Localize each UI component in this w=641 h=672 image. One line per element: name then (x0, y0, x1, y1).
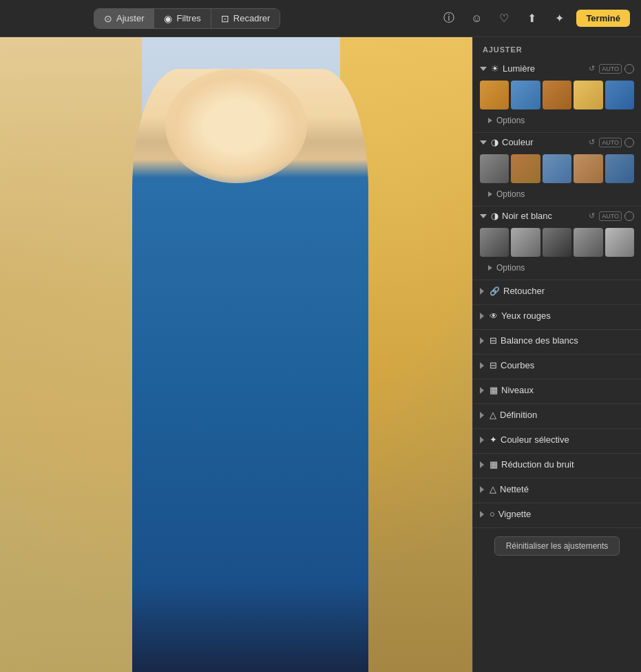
tab-filtres[interactable]: ◉ Filtres (154, 9, 211, 28)
nb-thumb-4[interactable] (574, 228, 602, 257)
section-retoucher-header[interactable]: 🔗 Retoucher (473, 280, 641, 302)
definition-label: Définition (500, 410, 634, 420)
lumiere-controls: ↺ AUTO (587, 64, 634, 74)
vignette-label: Vignette (498, 509, 634, 519)
couleur-thumb-5[interactable] (605, 154, 634, 183)
courbes-icon: ⊟ (490, 360, 497, 370)
lumiere-icon: ☀ (491, 63, 499, 74)
yeux-label: Yeux rouges (501, 311, 634, 321)
couleur-toggle-circle[interactable] (624, 138, 634, 147)
couleur-selective-label: Couleur sélective (501, 434, 634, 445)
section-couleur: ◑ Couleur ↺ AUTO Options (473, 133, 641, 207)
nettete-expand-icon (480, 486, 484, 493)
lumiere-reset-button[interactable]: ↺ (587, 64, 596, 73)
couleur-thumbnails (473, 151, 641, 187)
niveaux-label: Niveaux (501, 385, 634, 395)
enhance-button[interactable]: ✦ (549, 8, 569, 29)
photo-area (0, 37, 472, 672)
lumiere-thumb-4[interactable] (574, 81, 602, 109)
couleur-reset-button[interactable]: ↺ (587, 138, 596, 147)
section-definition-header[interactable]: △ Définition (473, 404, 641, 426)
nb-auto-badge[interactable]: AUTO (599, 211, 622, 221)
lumiere-options-row[interactable]: Options (473, 114, 641, 129)
nb-reset-button[interactable]: ↺ (587, 211, 596, 220)
section-courbes-header[interactable]: ⊟ Courbes (473, 355, 641, 376)
right-panel: AJUSTER ☀ Lumière ↺ AUTO (472, 37, 641, 672)
lumiere-toggle-circle[interactable] (624, 64, 634, 74)
nb-controls: ↺ AUTO (587, 211, 634, 221)
info-icon: ⓘ (443, 11, 454, 25)
couleur-icon: ◑ (491, 137, 498, 147)
lumiere-thumb-2[interactable] (511, 81, 540, 109)
couleur-thumb-4[interactable] (574, 154, 602, 183)
section-definition: △ Définition (473, 404, 641, 429)
photo-image (0, 37, 472, 672)
section-yeux-header[interactable]: 👁 Yeux rouges (473, 305, 641, 326)
lumiere-options-triangle (488, 118, 492, 123)
favorite-button[interactable]: ♡ (494, 8, 514, 29)
tab-ajuster[interactable]: ⊙ Ajuster (94, 9, 154, 28)
couleur-options-label: Options (496, 189, 525, 199)
lumiere-expand-icon (480, 67, 487, 71)
lumiere-thumb-1[interactable] (480, 81, 509, 109)
section-nettete: △ Netteté (473, 479, 641, 503)
nb-options-row[interactable]: Options (473, 261, 641, 277)
section-vignette-header[interactable]: ○ Vignette (473, 503, 641, 525)
couleur-expand-icon (480, 140, 487, 145)
section-niveaux-header[interactable]: ▦ Niveaux (473, 379, 641, 401)
tab-recadrer-label: Recadrer (233, 13, 270, 23)
share-button[interactable]: ⬆ (521, 8, 542, 29)
nb-thumb-1[interactable] (480, 228, 509, 257)
couleur-options-row[interactable]: Options (473, 187, 641, 203)
couleur-selective-expand-icon (480, 437, 484, 443)
section-couleur-selective: ✦ Couleur sélective (473, 429, 641, 454)
couleur-thumb-2[interactable] (511, 154, 540, 183)
tab-ajuster-label: Ajuster (116, 13, 144, 23)
nb-expand-icon (480, 214, 487, 218)
balance-expand-icon (480, 337, 484, 344)
definition-expand-icon (480, 412, 484, 419)
section-courbes: ⊟ Courbes (473, 355, 641, 379)
section-reduction-header[interactable]: ▦ Réduction du bruit (473, 454, 641, 475)
section-balance-header[interactable]: ⊟ Balance des blancs (473, 330, 641, 351)
section-nettete-header[interactable]: △ Netteté (473, 479, 641, 500)
couleur-thumb-3[interactable] (543, 154, 571, 183)
tab-recadrer[interactable]: ⊡ Recadrer (211, 9, 280, 28)
nb-label: Noir et blanc (502, 211, 587, 221)
section-noir-et-blanc: ◑ Noir et blanc ↺ AUTO Options (473, 207, 641, 280)
nb-thumbnails (473, 225, 641, 261)
nb-toggle-circle[interactable] (624, 211, 634, 221)
lumiere-thumbnails (473, 78, 641, 114)
reduction-label: Réduction du bruit (501, 459, 634, 470)
section-lumiere: ☀ Lumière ↺ AUTO Options (473, 59, 641, 133)
reset-adjustments-button[interactable]: Réinitialiser les ajustements (494, 536, 620, 556)
section-couleur-header[interactable]: ◑ Couleur ↺ AUTO (473, 133, 641, 151)
nb-thumb-2[interactable] (511, 228, 540, 257)
niveaux-expand-icon (480, 387, 484, 394)
lumiere-thumb-5[interactable] (605, 81, 634, 109)
nb-thumb-5[interactable] (605, 228, 634, 257)
couleur-thumb-1[interactable] (480, 154, 509, 183)
courbes-label: Courbes (501, 360, 634, 370)
yeux-expand-icon (480, 313, 484, 319)
reduction-expand-icon (480, 461, 484, 468)
emoji-button[interactable]: ☺ (466, 8, 487, 29)
lumiere-thumb-3[interactable] (543, 81, 571, 109)
vignette-expand-icon (480, 511, 484, 518)
section-retoucher: 🔗 Retoucher (473, 280, 641, 305)
section-nb-header[interactable]: ◑ Noir et blanc ↺ AUTO (473, 207, 641, 225)
yeux-icon: 👁 (490, 311, 498, 321)
section-couleur-selective-header[interactable]: ✦ Couleur sélective (473, 429, 641, 450)
reduction-icon: ▦ (490, 459, 498, 470)
nb-thumb-3[interactable] (543, 228, 571, 257)
lumiere-auto-badge[interactable]: AUTO (599, 64, 622, 74)
couleur-auto-badge[interactable]: AUTO (599, 138, 622, 147)
share-icon: ⬆ (527, 12, 536, 25)
section-lumiere-header[interactable]: ☀ Lumière ↺ AUTO (473, 59, 641, 78)
done-button[interactable]: Terminé (576, 10, 630, 27)
balance-icon: ⊟ (490, 335, 497, 346)
recadrer-icon: ⊡ (221, 13, 229, 24)
info-button[interactable]: ⓘ (439, 8, 459, 29)
niveaux-icon: ▦ (490, 385, 498, 395)
toolbar-tabs: ⊙ Ajuster ◉ Filtres ⊡ Recadrer (94, 8, 280, 29)
